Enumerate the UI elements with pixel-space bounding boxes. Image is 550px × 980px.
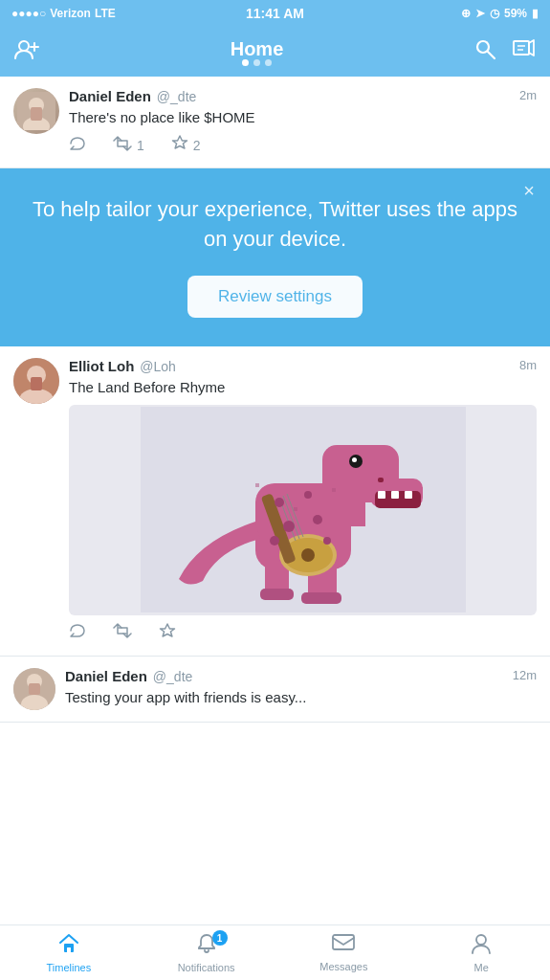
svg-point-41 xyxy=(283,521,295,532)
svg-rect-53 xyxy=(67,947,71,952)
star-icon xyxy=(159,623,176,644)
bottom-nav-timelines[interactable]: Timelines xyxy=(0,925,138,980)
favorite-button[interactable]: 2 xyxy=(171,135,201,156)
notifications-label: Notifications xyxy=(178,962,235,973)
reply-icon xyxy=(69,136,86,156)
tweet-actions: 1 2 xyxy=(69,135,537,156)
svg-rect-22 xyxy=(391,491,399,499)
svg-rect-5 xyxy=(514,41,529,55)
tweet-header: Elliot Loh @Loh 8m xyxy=(69,358,537,374)
svg-point-40 xyxy=(304,491,312,499)
svg-point-0 xyxy=(19,41,29,51)
bottom-nav-me[interactable]: Me xyxy=(412,925,550,980)
tweet-image[interactable] xyxy=(69,405,537,615)
nav-right-actions xyxy=(473,37,537,66)
tweet-item: Daniel Eden @_dte 12m Testing your app w… xyxy=(0,657,550,723)
tweet-time: 2m xyxy=(519,88,537,102)
tweet-body: Daniel Eden @_dte 12m Testing your app w… xyxy=(65,668,537,710)
time-display: 11:41 AM xyxy=(246,6,304,21)
tweet-handle: @Loh xyxy=(140,359,176,374)
dino-image xyxy=(69,405,537,615)
nav-left-actions xyxy=(13,37,40,66)
retweet-icon xyxy=(113,136,132,156)
signal-dots: ●●●●○ xyxy=(11,7,46,20)
notification-badge: 1 xyxy=(212,930,228,946)
messages-label: Messages xyxy=(319,961,367,972)
avatar xyxy=(13,358,59,404)
reply-icon xyxy=(69,623,86,643)
reply-button[interactable] xyxy=(69,136,86,156)
network-type: LTE xyxy=(95,7,116,20)
favorite-count: 2 xyxy=(193,138,201,153)
battery-percent: 59% xyxy=(504,7,527,20)
search-button[interactable] xyxy=(473,37,496,66)
tweet-actions xyxy=(69,623,537,644)
svg-rect-21 xyxy=(378,491,385,499)
bottom-nav-messages[interactable]: Messages xyxy=(275,925,413,980)
svg-rect-27 xyxy=(327,498,365,526)
reply-button[interactable] xyxy=(69,623,86,643)
svg-point-39 xyxy=(275,498,284,507)
avatar xyxy=(13,668,55,710)
dot-3 xyxy=(265,59,272,66)
messages-icon xyxy=(332,934,355,959)
add-user-button[interactable] xyxy=(13,37,40,66)
svg-rect-46 xyxy=(332,488,336,492)
tweet-username: Daniel Eden xyxy=(65,668,147,684)
nav-bar: Home xyxy=(0,27,550,77)
tweet-text: The Land Before Rhyme xyxy=(69,377,537,397)
retweet-icon xyxy=(113,623,132,643)
tweet-user: Daniel Eden @_dte xyxy=(69,88,196,104)
svg-rect-25 xyxy=(352,457,357,462)
tweet-time: 12m xyxy=(513,668,537,682)
bottom-nav-notifications[interactable]: 1 Notifications xyxy=(138,925,275,980)
status-right: 11:41 AM ⊕ ➤ ◷ 59% ▮ xyxy=(461,7,539,20)
retweet-button[interactable] xyxy=(113,623,132,643)
tweet-text: There's no place like $HOME xyxy=(69,107,537,127)
tweet-user: Daniel Eden @_dte xyxy=(65,668,192,684)
bottom-nav: Timelines 1 Notifications Messages Me xyxy=(0,924,550,980)
tweet-time: 8m xyxy=(519,358,537,372)
tweet-user: Elliot Loh @Loh xyxy=(69,358,176,374)
home-icon xyxy=(57,933,80,960)
tweet-handle: @_dte xyxy=(153,669,192,684)
tweet-item: Daniel Eden @_dte 2m There's no place li… xyxy=(0,77,550,168)
svg-rect-29 xyxy=(260,589,294,600)
tweet-body: Daniel Eden @_dte 2m There's no place li… xyxy=(69,88,537,156)
retweet-button[interactable]: 1 xyxy=(113,136,144,156)
banner-close-button[interactable]: × xyxy=(523,180,535,202)
star-icon xyxy=(171,135,188,156)
page-title: Home xyxy=(231,38,284,60)
tweet-item: Elliot Loh @Loh 8m The Land Before Rhyme xyxy=(0,346,550,657)
me-icon xyxy=(471,933,492,960)
alarm-icon: ◷ xyxy=(490,7,499,20)
status-left: ●●●●○ Verizon LTE xyxy=(11,7,116,20)
nav-title-wrap: Home xyxy=(40,38,473,66)
status-bar: ●●●●○ Verizon LTE 11:41 AM ⊕ ➤ ◷ 59% ▮ xyxy=(0,0,550,27)
svg-rect-15 xyxy=(31,377,42,390)
page-indicator xyxy=(40,59,473,66)
svg-line-4 xyxy=(488,52,495,58)
dot-2 xyxy=(253,59,260,66)
svg-point-55 xyxy=(476,935,486,945)
review-settings-button[interactable]: Review settings xyxy=(187,276,363,318)
svg-rect-45 xyxy=(255,483,259,487)
svg-rect-11 xyxy=(31,107,42,121)
svg-rect-31 xyxy=(301,592,341,604)
battery-icon: ▮ xyxy=(532,7,539,20)
compose-button[interactable] xyxy=(512,37,537,66)
svg-rect-54 xyxy=(333,935,354,949)
location-icon: ⊕ xyxy=(461,7,471,20)
banner-text: To help tailor your experience, Twitter … xyxy=(29,195,521,255)
svg-point-44 xyxy=(270,536,279,546)
avatar xyxy=(13,88,59,134)
carrier-name: Verizon xyxy=(50,7,91,20)
svg-rect-47 xyxy=(294,507,297,511)
tweet-body: Elliot Loh @Loh 8m The Land Before Rhyme xyxy=(69,358,537,644)
svg-point-43 xyxy=(323,537,331,545)
me-label: Me xyxy=(473,962,488,973)
tweet-header: Daniel Eden @_dte 12m xyxy=(65,668,537,684)
tweet-header: Daniel Eden @_dte 2m xyxy=(69,88,537,104)
svg-rect-23 xyxy=(405,491,412,499)
favorite-button[interactable] xyxy=(159,623,176,644)
